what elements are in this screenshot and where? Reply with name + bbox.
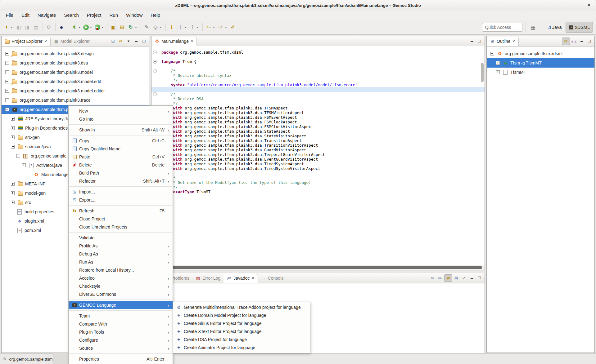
close-icon[interactable]: ✕ (512, 39, 515, 43)
new-plugin-project-button[interactable]: ⊞ (118, 23, 126, 32)
submenu-create-xtext-editor[interactable]: Create XText Editor Project for language (173, 327, 310, 335)
prev-annotation-button[interactable]: ⇡ (188, 23, 200, 32)
chevron-down-icon[interactable] (101, 27, 104, 28)
chevron-down-icon[interactable] (213, 27, 215, 28)
chevron-down-icon[interactable] (90, 27, 92, 28)
outline-row-tfsm-selected[interactable]: Tfsm ◁ TfsmMT (487, 58, 594, 68)
tree-row-dsa[interactable]: org.gemoc.sample.tfsm.plaink3.dsa (2, 58, 149, 68)
link-with-selection-icon[interactable]: ⇄ (444, 274, 452, 282)
new-wizard-button[interactable]: ✦ (2, 23, 14, 32)
tree-row-model[interactable]: org.gemoc.sample.tfsm.plaink3.model (2, 68, 149, 77)
fold-collapse-icon[interactable] (153, 69, 157, 73)
ctx-team[interactable]: Team (69, 312, 173, 320)
close-icon[interactable]: ✕ (191, 39, 193, 43)
maximize-view-icon[interactable] (140, 38, 148, 45)
ctx-paste[interactable]: PasteCtrl+V (69, 153, 173, 161)
expander-icon[interactable] (11, 191, 15, 195)
ctx-debug-as[interactable]: Debug As (69, 250, 173, 258)
expander-icon[interactable] (5, 89, 9, 93)
acceleo-globe-button[interactable]: ● (57, 23, 65, 32)
expander-icon[interactable] (11, 135, 15, 139)
perspective-java-button[interactable]: J Java (545, 22, 564, 32)
tab-model-explorer[interactable]: ▦ Model Explorer (51, 37, 93, 46)
ctx-show-in[interactable]: Show InShift+Alt+W (69, 126, 173, 134)
ctx-refresh[interactable]: RefreshF5 (69, 207, 173, 215)
ctx-profile-as[interactable]: Profile As (69, 242, 173, 250)
menu-help[interactable]: Help (147, 11, 164, 20)
menu-edit[interactable]: Edit (17, 11, 34, 20)
chevron-down-icon[interactable] (196, 27, 199, 28)
ctx-export[interactable]: Export... (69, 196, 173, 204)
link-with-editor-icon[interactable]: ⇄ (562, 38, 570, 45)
menu-project[interactable]: Project (83, 11, 106, 20)
ctx-diverse-commons[interactable]: DiverSE Commons (69, 290, 173, 298)
ctx-validate[interactable]: Validate (69, 234, 173, 242)
tab-main-melange[interactable]: Main.melange ✕ (151, 37, 197, 46)
ctx-properties[interactable]: PropertiesAlt+Enter (69, 355, 173, 363)
open-in-browser-icon[interactable]: ↗ (460, 275, 468, 282)
ctx-source[interactable]: Source (69, 344, 173, 352)
editor-content[interactable]: package org.gemoc.sample.tfsm.xdsml lang… (151, 46, 485, 265)
tree-row-model-editor[interactable]: org.gemoc.sample.tfsm.plaink3.model.edit… (2, 86, 149, 95)
save-button[interactable]: ◧ (15, 23, 23, 32)
expander-icon[interactable] (5, 98, 9, 102)
outline-row-tfsmmt[interactable]: TfsmMT (487, 68, 594, 77)
ctx-compare-with[interactable]: Compare With (69, 320, 173, 328)
ctx-copy[interactable]: CopyCtrl+C (69, 137, 173, 145)
expander-icon[interactable] (496, 61, 500, 65)
close-icon[interactable]: ✕ (44, 39, 47, 43)
tab-outline[interactable]: ⊞ Outline ✕ (487, 37, 519, 46)
perspective-xdsml-button[interactable]: xDSML (566, 22, 593, 33)
maximize-view-icon[interactable] (476, 38, 483, 45)
fold-collapse-icon[interactable] (153, 60, 157, 64)
close-icon[interactable]: ✕ (251, 276, 254, 280)
maximize-view-icon[interactable] (586, 38, 593, 45)
expander-icon[interactable] (490, 52, 494, 55)
minimize-view-icon[interactable] (468, 38, 476, 45)
chevron-down-icon[interactable] (160, 27, 162, 28)
expander-icon[interactable] (5, 108, 9, 111)
submenu-create-sirius-editor[interactable]: Create Sirius Editor Project for languag… (173, 319, 310, 327)
view-menu-icon[interactable]: ▾ (125, 38, 132, 45)
open-attached-javadoc-icon[interactable]: ▤ (453, 275, 460, 282)
ctx-configure[interactable]: Configure (69, 336, 173, 344)
tree-row-model-edit[interactable]: org.gemoc.sample.tfsm.plaink3.model.edit (2, 77, 149, 86)
open-perspective-button[interactable]: ▦ (529, 23, 537, 32)
ctx-close-unrelated-projects[interactable]: Close Unrelated Projects (69, 223, 173, 231)
minimize-view-icon[interactable] (578, 38, 585, 45)
ctx-build-path[interactable]: Build Path (69, 169, 173, 177)
maximize-view-icon[interactable] (476, 275, 483, 282)
scrollbar-thumb[interactable] (153, 266, 482, 269)
search-button[interactable]: ◎ (151, 23, 163, 32)
javadoc-forward-icon[interactable]: ⇨ (436, 275, 444, 282)
submenu-create-dsa[interactable]: Create DSA Project for language (173, 335, 310, 344)
submenu-create-domain-model[interactable]: Create Domain Model Project for language (173, 311, 310, 319)
ctx-refactor[interactable]: RefactorShift+Alt+T (69, 177, 173, 185)
tab-console[interactable]: ▭ Console (258, 273, 287, 283)
save-all-button[interactable]: ◨ (23, 23, 31, 32)
quick-access-input[interactable] (482, 23, 522, 32)
ctx-gemoc-language[interactable]: GEMOC Language (69, 301, 173, 309)
last-edit-location-button[interactable]: ⇣ (168, 23, 176, 32)
chevron-down-icon[interactable] (135, 27, 137, 28)
outline-row-root[interactable]: org.gemoc.sample.tfsm.xdsml (487, 49, 594, 58)
expander-icon[interactable] (5, 61, 9, 65)
chevron-down-icon[interactable] (11, 27, 13, 28)
ctx-delete[interactable]: DeleteDelete (69, 161, 173, 169)
run-history-button[interactable]: ▶ (94, 23, 105, 32)
debug-button[interactable]: ❋ (70, 23, 82, 32)
ctx-copy-qualified-name[interactable]: Copy Qualified Name (69, 145, 173, 153)
expander-icon[interactable] (496, 70, 500, 74)
menu-file[interactable]: File (2, 11, 17, 20)
submenu-generate-trace-addon[interactable]: Generate Multidimensional Trace Addon pr… (173, 303, 310, 311)
ctx-close-project[interactable]: Close Project (69, 215, 173, 223)
collapse-all-icon[interactable]: ⊟ (109, 38, 117, 45)
new-acceleo-module-button[interactable]: ▣ (109, 23, 117, 32)
menu-navigate[interactable]: Navigate (34, 11, 60, 20)
sort-alphabetical-icon[interactable]: a↓z (570, 38, 578, 45)
open-plugin-artifact-button[interactable]: ✎ (143, 23, 151, 32)
next-annotation-button[interactable]: ⇣ (176, 23, 188, 32)
menu-search[interactable]: Search (60, 11, 83, 20)
expander-icon[interactable] (5, 52, 9, 55)
ctx-go-into[interactable]: Go Into (69, 115, 173, 123)
